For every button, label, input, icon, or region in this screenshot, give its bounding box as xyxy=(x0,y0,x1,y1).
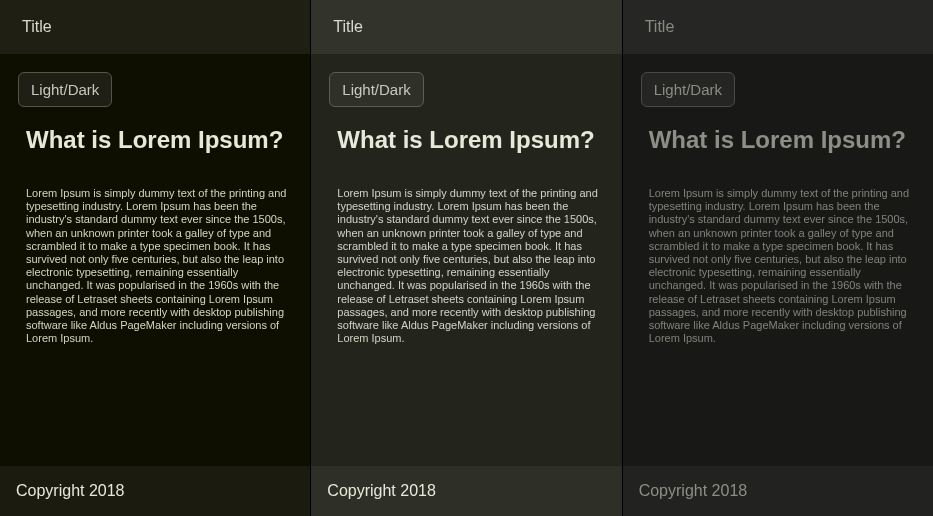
panel-column-3: Title Light/Dark What is Lorem Ipsum? Lo… xyxy=(623,0,933,516)
panel-content: Light/Dark What is Lorem Ipsum? Lorem Ip… xyxy=(311,54,621,466)
panel-footer: Copyright 2018 xyxy=(0,466,310,516)
panel-header: Title xyxy=(0,0,310,54)
copyright-text: Copyright 2018 xyxy=(639,482,748,499)
panel-title: Title xyxy=(333,18,363,35)
panel-title: Title xyxy=(645,18,675,35)
theme-toggle-button[interactable]: Light/Dark xyxy=(641,72,735,107)
panel-title: Title xyxy=(22,18,52,35)
content-heading: What is Lorem Ipsum? xyxy=(329,125,605,155)
panel-header: Title xyxy=(623,0,933,54)
copyright-text: Copyright 2018 xyxy=(327,482,436,499)
content-body: Lorem Ipsum is simply dummy text of the … xyxy=(18,187,294,345)
copyright-text: Copyright 2018 xyxy=(16,482,125,499)
content-body: Lorem Ipsum is simply dummy text of the … xyxy=(641,187,917,345)
content-heading: What is Lorem Ipsum? xyxy=(18,125,294,155)
content-heading: What is Lorem Ipsum? xyxy=(641,125,917,155)
panel-content: Light/Dark What is Lorem Ipsum? Lorem Ip… xyxy=(0,54,310,466)
panel-footer: Copyright 2018 xyxy=(311,466,621,516)
theme-toggle-button[interactable]: Light/Dark xyxy=(18,72,112,107)
panel-content: Light/Dark What is Lorem Ipsum? Lorem Ip… xyxy=(623,54,933,466)
panel-column-1: Title Light/Dark What is Lorem Ipsum? Lo… xyxy=(0,0,311,516)
theme-toggle-button[interactable]: Light/Dark xyxy=(329,72,423,107)
panel-header: Title xyxy=(311,0,621,54)
panel-footer: Copyright 2018 xyxy=(623,466,933,516)
panel-column-2: Title Light/Dark What is Lorem Ipsum? Lo… xyxy=(311,0,622,516)
content-body: Lorem Ipsum is simply dummy text of the … xyxy=(329,187,605,345)
